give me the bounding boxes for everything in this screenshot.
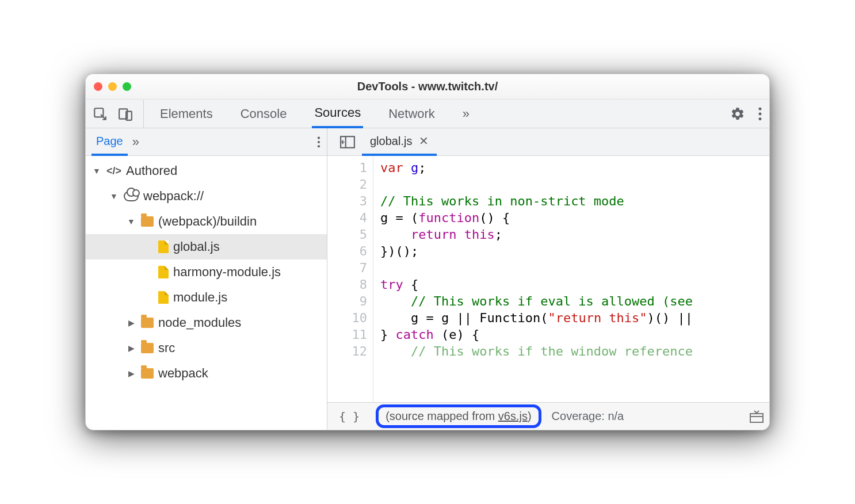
minimize-window-button[interactable] xyxy=(108,82,117,91)
editor-tabstrip: global.js ✕ xyxy=(327,128,769,156)
chevron-right-icon: ▶ xyxy=(126,343,136,353)
editor-panel: global.js ✕ 123456 789101112 var g; // T… xyxy=(327,128,769,430)
file-tree: ▼ </> Authored ▼ webpack:// ▼ (webpack)/… xyxy=(86,156,327,430)
tree-node-node-modules[interactable]: ▶ node_modules xyxy=(86,310,327,335)
svg-point-4 xyxy=(759,112,762,115)
titlebar: DevTools - www.twitch.tv/ xyxy=(86,74,769,100)
file-icon xyxy=(158,291,169,304)
source-map-link[interactable]: v6s.js xyxy=(498,410,528,422)
tree-node-webpack[interactable]: ▶ webpack xyxy=(86,361,327,386)
tab-network[interactable]: Network xyxy=(386,100,437,128)
navigator-menu-icon[interactable] xyxy=(316,136,321,148)
svg-point-5 xyxy=(759,117,762,120)
toggle-navigator-icon[interactable] xyxy=(333,128,362,155)
tab-elements[interactable]: Elements xyxy=(158,100,215,128)
editor-tab-label: global.js xyxy=(370,135,412,148)
tree-file-module[interactable]: module.js xyxy=(86,285,327,310)
svg-point-3 xyxy=(759,107,762,110)
chevron-right-icon: ▶ xyxy=(126,369,136,378)
editor-tab-global[interactable]: global.js ✕ xyxy=(362,128,437,156)
close-window-button[interactable] xyxy=(94,82,102,91)
tree-label: module.js xyxy=(173,290,227,305)
tree-node-src[interactable]: ▶ src xyxy=(86,335,327,361)
inspect-element-icon[interactable] xyxy=(93,106,108,121)
folder-icon xyxy=(141,343,154,353)
more-tabs-button[interactable]: » xyxy=(460,100,472,128)
tree-node-buildin[interactable]: ▼ (webpack)/buildin xyxy=(86,209,327,234)
source-mapped-badge: (source mapped from v6s.js) xyxy=(376,404,541,428)
tree-label: (webpack)/buildin xyxy=(158,214,257,229)
navigator-tab-page[interactable]: Page xyxy=(91,128,128,156)
source-code[interactable]: var g; // This works in non-strict mode … xyxy=(373,156,769,402)
tree-label: src xyxy=(158,341,175,356)
tree-node-authored[interactable]: ▼ </> Authored xyxy=(86,158,327,184)
chevron-down-icon: ▼ xyxy=(109,192,119,201)
code-brackets-icon: </> xyxy=(106,165,121,177)
main-tabstrip: Elements Console Sources Network » xyxy=(86,100,769,128)
tree-label: global.js xyxy=(173,239,220,254)
workspace: Page » ▼ </> Authored ▼ webpack:// xyxy=(86,128,769,430)
settings-icon[interactable] xyxy=(730,106,745,121)
tree-node-webpack-scheme[interactable]: ▼ webpack:// xyxy=(86,184,327,209)
tree-label: webpack xyxy=(158,366,208,381)
svg-point-8 xyxy=(318,145,320,147)
maximize-window-button[interactable] xyxy=(123,82,131,91)
coverage-status: Coverage: n/a xyxy=(552,410,624,423)
folder-icon xyxy=(141,368,154,379)
chevron-down-icon: ▼ xyxy=(91,166,102,175)
code-area: 123456 789101112 var g; // This works in… xyxy=(327,156,769,402)
navigator-tabs: Page » xyxy=(86,128,327,156)
cloud-icon xyxy=(124,191,139,201)
folder-icon xyxy=(141,318,154,328)
line-gutter: 123456 789101112 xyxy=(327,156,373,402)
devtools-window: DevTools - www.twitch.tv/ Elements Conso… xyxy=(85,74,770,430)
file-icon xyxy=(158,240,169,253)
tree-file-harmony-module[interactable]: harmony-module.js xyxy=(86,259,327,285)
file-icon xyxy=(158,266,169,278)
close-tab-icon[interactable]: ✕ xyxy=(419,134,429,148)
chevron-right-icon: ▶ xyxy=(126,318,136,327)
tab-console[interactable]: Console xyxy=(238,100,289,128)
toggle-console-drawer-icon[interactable] xyxy=(750,410,764,423)
window-title: DevTools - www.twitch.tv/ xyxy=(86,80,769,93)
window-controls xyxy=(94,82,131,91)
pretty-print-button[interactable]: { } xyxy=(333,410,365,423)
editor-footer: { } (source mapped from v6s.js) Coverage… xyxy=(327,402,769,430)
svg-rect-11 xyxy=(750,414,763,422)
tree-label: Authored xyxy=(126,163,177,178)
chevron-down-icon: ▼ xyxy=(126,217,136,226)
tree-label: webpack:// xyxy=(143,189,204,204)
kebab-menu-icon[interactable] xyxy=(758,106,762,121)
navigator-sidebar: Page » ▼ </> Authored ▼ webpack:// xyxy=(86,128,327,430)
tab-sources[interactable]: Sources xyxy=(312,100,363,128)
navigator-more-tabs[interactable]: » xyxy=(128,128,144,155)
svg-point-7 xyxy=(318,140,320,143)
device-toolbar-icon[interactable] xyxy=(118,106,133,121)
folder-icon xyxy=(141,216,154,227)
tree-label: node_modules xyxy=(158,315,241,330)
tree-label: harmony-module.js xyxy=(173,265,281,280)
svg-point-6 xyxy=(318,136,320,139)
tree-file-global[interactable]: global.js xyxy=(86,234,327,259)
